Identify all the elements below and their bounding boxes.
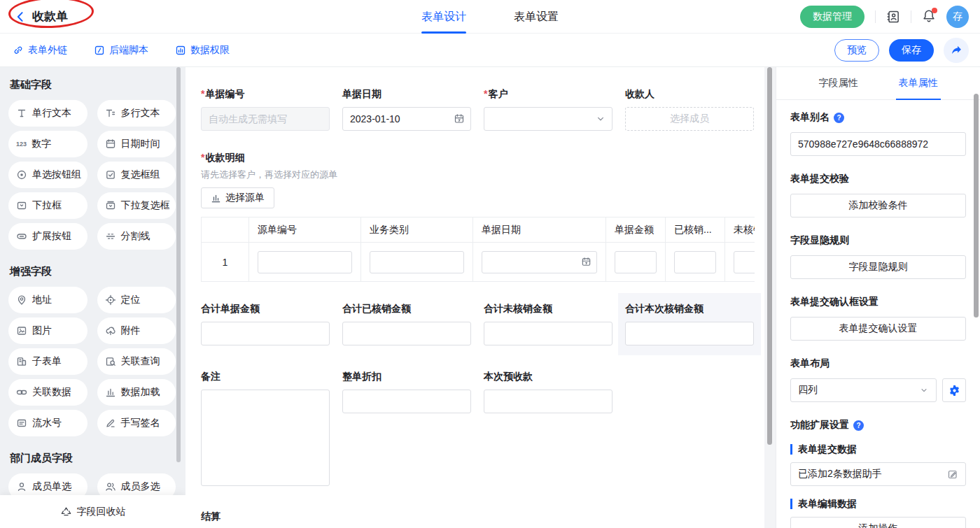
- field-single-line-text[interactable]: 单行文本: [8, 100, 88, 127]
- radio-icon: [16, 169, 27, 180]
- field-payee[interactable]: 收款人 选择成员: [625, 88, 754, 131]
- tab-field-properties[interactable]: 字段属性: [819, 67, 858, 99]
- script-icon: [94, 45, 105, 56]
- field-doc-date[interactable]: 单据日期: [342, 88, 471, 131]
- business-type-input[interactable]: [370, 251, 464, 273]
- field-remark[interactable]: 备注: [201, 371, 330, 488]
- doc-no-label: 单据编号: [201, 88, 330, 101]
- data-permission-link[interactable]: 数据权限: [175, 44, 230, 57]
- col-business-type: 业务类别: [361, 217, 473, 243]
- doc-no-input[interactable]: [201, 107, 330, 131]
- field-extend-button[interactable]: 扩展按钮: [8, 223, 88, 250]
- avatar[interactable]: 存: [946, 6, 969, 28]
- field-datetime[interactable]: 日期时间: [97, 131, 176, 157]
- help-icon[interactable]: [834, 113, 844, 123]
- field-payment-detail[interactable]: 收款明细 请先选择客户，再选择对应的源单 选择源单 源单编号 业务类别: [201, 152, 755, 282]
- preview-button[interactable]: 预览: [834, 39, 879, 62]
- row-date-input[interactable]: [482, 251, 597, 273]
- tab-form-properties[interactable]: 表单属性: [899, 67, 938, 99]
- field-label: 定位: [121, 294, 141, 306]
- field-label: 图片: [32, 324, 52, 337]
- add-check-condition-button[interactable]: 添加校验条件: [790, 194, 966, 217]
- help-icon[interactable]: [853, 420, 864, 431]
- edit-icon[interactable]: [947, 469, 958, 480]
- share-button[interactable]: [944, 38, 969, 63]
- doc-amount-input[interactable]: [615, 251, 657, 273]
- notification-bell[interactable]: [922, 9, 936, 25]
- not-written-off-input[interactable]: [734, 251, 755, 273]
- form-external-link[interactable]: 表单外链: [13, 44, 67, 57]
- field-discount[interactable]: 整单折扣: [342, 371, 471, 488]
- field-select[interactable]: 下拉框: [8, 192, 88, 219]
- field-prepay[interactable]: 本次预收款: [484, 371, 612, 488]
- panel-scrollbar[interactable]: [974, 94, 979, 317]
- submit-data-box[interactable]: 已添加2条数据助手: [790, 462, 966, 486]
- field-label: 复选框组: [121, 169, 160, 181]
- field-serial-number[interactable]: 流水号: [8, 410, 88, 436]
- remark-textarea[interactable]: [201, 390, 330, 486]
- save-button[interactable]: 保存: [889, 39, 934, 62]
- field-total-not-written-off[interactable]: 合计未核销金额: [484, 303, 612, 345]
- field-related-query[interactable]: 关联查询: [97, 348, 176, 375]
- select-member-button[interactable]: 选择成员: [625, 107, 754, 131]
- field-data-load[interactable]: 数据加载: [97, 379, 176, 406]
- backend-script-link[interactable]: 后端脚本: [94, 44, 148, 57]
- select-source-button[interactable]: 选择源单: [201, 187, 274, 208]
- total-doc-amount-label: 合计单据金额: [201, 303, 330, 315]
- field-total-doc-amount[interactable]: 合计单据金额: [201, 303, 330, 345]
- total-doc-amount-input[interactable]: [201, 322, 330, 345]
- layout-select[interactable]: 四列: [790, 378, 937, 402]
- recycle-icon: [60, 506, 72, 518]
- discount-input[interactable]: [342, 390, 471, 413]
- page-title: 收款单: [32, 8, 68, 24]
- field-number[interactable]: 123 数字: [8, 131, 88, 157]
- layout-settings-button[interactable]: [942, 378, 966, 402]
- field-settlement[interactable]: 结算: [201, 511, 755, 528]
- field-total-written-off[interactable]: 合计已核销金额: [342, 303, 471, 345]
- sidebar-scrollbar[interactable]: [176, 67, 181, 462]
- total-not-written-off-input[interactable]: [484, 322, 612, 345]
- field-doc-no[interactable]: 单据编号: [201, 88, 330, 131]
- field-related-data[interactable]: 关联数据: [8, 379, 88, 406]
- field-attachment[interactable]: 附件: [97, 317, 176, 344]
- field-total-current-written-off[interactable]: 合计本次核销金额: [625, 303, 754, 345]
- person-icon: [16, 481, 27, 492]
- field-divider[interactable]: 分割线: [97, 223, 176, 250]
- field-multi-line-text[interactable]: 多行文本: [97, 100, 176, 127]
- field-checkbox-group[interactable]: 复选框组: [97, 162, 176, 188]
- cloud-upload-icon: [105, 325, 116, 336]
- contacts-icon[interactable]: [886, 10, 900, 24]
- tab-form-design[interactable]: 表单设计: [421, 0, 466, 34]
- field-image[interactable]: 图片: [8, 317, 88, 344]
- field-radio-group[interactable]: 单选按钮组: [8, 162, 88, 188]
- visibility-rules-button[interactable]: 字段显隐规则: [790, 255, 966, 279]
- written-off-input[interactable]: [674, 251, 716, 273]
- visibility-rules-label: 字段显隐规则: [790, 234, 966, 247]
- customer-select[interactable]: [484, 107, 612, 131]
- tab-form-settings[interactable]: 表单设置: [514, 0, 559, 34]
- main-area: 基础字段 单行文本 多行文本 123 数字 日期时间: [0, 67, 980, 528]
- confirm-dialog-button[interactable]: 表单提交确认设置: [790, 317, 966, 341]
- prepay-input[interactable]: [484, 390, 612, 413]
- field-address[interactable]: 地址: [8, 287, 88, 313]
- doc-date-input[interactable]: [342, 107, 471, 131]
- data-manage-button[interactable]: 数据管理: [800, 6, 864, 28]
- field-multi-select[interactable]: 下拉复选框: [97, 192, 176, 219]
- field-signature[interactable]: 手写签名: [97, 410, 176, 436]
- source-no-input[interactable]: [258, 251, 352, 273]
- back-icon[interactable]: [14, 10, 27, 23]
- field-subform[interactable]: 子表单: [8, 348, 88, 375]
- total-current-written-off-input[interactable]: [625, 322, 754, 345]
- enhanced-fields-grid: 地址 定位 图片 附件 子表单: [8, 287, 176, 436]
- field-location[interactable]: 定位: [97, 287, 176, 313]
- alias-label: 表单别名: [790, 111, 830, 124]
- alias-input[interactable]: [790, 132, 966, 156]
- field-recycle-bin[interactable]: 字段回收站: [0, 495, 186, 528]
- textarea-icon: [105, 108, 116, 119]
- add-operation-button[interactable]: 添加操作: [790, 517, 966, 528]
- notification-dot: [932, 8, 937, 13]
- total-written-off-input[interactable]: [342, 322, 471, 345]
- divider: [875, 10, 876, 23]
- field-customer[interactable]: 客户: [484, 88, 612, 131]
- canvas-scrollbar[interactable]: [767, 67, 772, 445]
